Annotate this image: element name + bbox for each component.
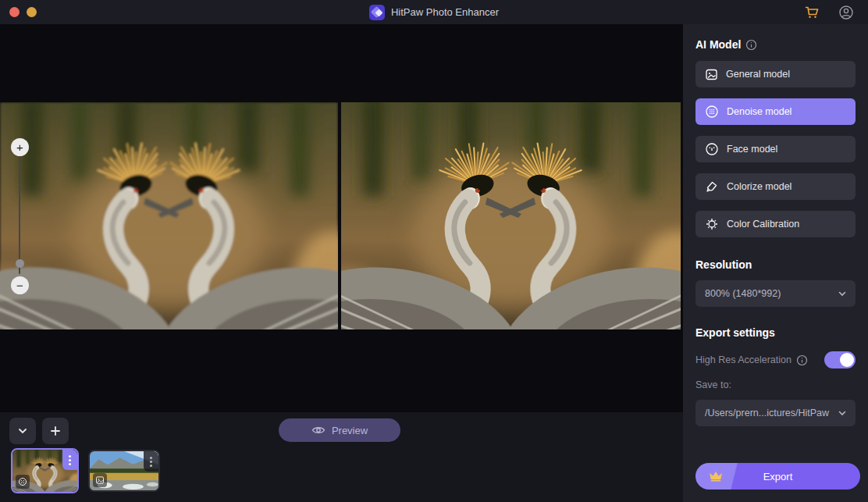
save-to-value: /Users/prern...ictures/HitPaw (705, 408, 829, 418)
info-icon (796, 354, 808, 366)
app-title: HitPaw Photo Enhancer (391, 6, 499, 18)
plus-icon (50, 425, 61, 436)
titlebar-center: HitPaw Photo Enhancer (369, 0, 499, 24)
model-button-label: Colorize model (727, 181, 792, 192)
thumbnail-landscape[interactable] (88, 450, 160, 492)
model-button-label: Face model (727, 144, 777, 155)
export-settings-heading: Export settings (695, 326, 856, 339)
account-button[interactable] (838, 5, 854, 20)
crown-icon (708, 469, 724, 482)
thumbnail-cranes[interactable] (11, 448, 79, 493)
zoom-in-button[interactable]: + (11, 138, 29, 156)
image-icon (93, 473, 107, 487)
export-button[interactable]: Export (695, 463, 860, 490)
bottombar: Preview (0, 412, 683, 502)
zoom-slider-handle[interactable] (16, 259, 24, 268)
high-res-label-wrap: High Res Acceleration (695, 354, 808, 366)
resolution-heading-label: Resolution (695, 258, 752, 271)
export-settings-heading-label: Export settings (695, 326, 775, 339)
chevron-down-icon (838, 408, 847, 418)
resolution-value: 800% (1480*992) (705, 288, 781, 299)
image-canvas: + − (0, 24, 683, 412)
sidebar: AI Model General model Denoise model Fac… (683, 24, 868, 502)
color-calibration-icon (705, 217, 719, 231)
collapse-filmstrip-button[interactable] (9, 418, 36, 444)
high-res-row: High Res Acceleration (695, 351, 856, 368)
model-button-label: Denoise model (727, 106, 792, 117)
eye-icon (311, 425, 326, 436)
thumbnail-menu-button[interactable] (144, 451, 158, 472)
chevron-down-icon (17, 425, 28, 436)
add-image-button[interactable] (42, 418, 69, 444)
denoise-model-icon (16, 475, 30, 489)
zoom-slider: + − (10, 138, 29, 294)
original-image-panel (0, 102, 338, 329)
model-button-label: General model (726, 69, 790, 80)
cart-icon (804, 5, 820, 20)
toggle-knob (840, 353, 854, 367)
titlebar-actions (804, 0, 854, 24)
model-button-colorize[interactable]: Colorize model (695, 173, 856, 200)
account-icon (838, 5, 854, 20)
preview-button[interactable]: Preview (279, 418, 400, 442)
preview-label: Preview (332, 425, 368, 436)
info-icon (745, 39, 757, 51)
model-button-color-calibration[interactable]: Color Calibration (695, 211, 856, 237)
colorize-model-icon (705, 180, 719, 194)
denoise-model-icon (705, 105, 719, 119)
save-to-dropdown[interactable]: /Users/prern...ictures/HitPaw (695, 400, 856, 426)
enhanced-image-panel (341, 102, 681, 329)
kebab-menu-icon (150, 457, 152, 467)
traffic-lights (9, 7, 37, 17)
close-window-button[interactable] (9, 7, 20, 17)
model-button-general[interactable]: General model (695, 61, 856, 87)
ai-model-heading: AI Model (695, 38, 856, 51)
export-label: Export (763, 471, 793, 482)
face-model-icon (705, 142, 719, 156)
minimize-window-button[interactable] (27, 7, 37, 17)
save-to-label: Save to: (695, 379, 856, 390)
app-logo-icon (369, 5, 385, 20)
app-window: HitPaw Photo Enhancer (0, 0, 868, 502)
zoom-slider-track[interactable] (19, 157, 20, 274)
thumbnail-menu-button[interactable] (62, 450, 77, 470)
high-res-label: High Res Acceleration (695, 354, 792, 365)
general-model-icon (705, 68, 718, 81)
kebab-menu-icon (69, 455, 71, 465)
chevron-down-icon (838, 289, 847, 298)
high-res-toggle[interactable] (824, 351, 856, 368)
resolution-dropdown[interactable]: 800% (1480*992) (695, 280, 856, 307)
model-button-denoise[interactable]: Denoise model (695, 98, 856, 125)
ai-model-heading-label: AI Model (695, 38, 741, 51)
model-button-label: Color Calibration (727, 219, 799, 230)
zoom-out-button[interactable]: − (11, 276, 29, 294)
cart-button[interactable] (804, 5, 820, 20)
resolution-heading: Resolution (695, 258, 856, 271)
model-button-face[interactable]: Face model (695, 136, 856, 162)
titlebar: HitPaw Photo Enhancer (0, 0, 868, 24)
